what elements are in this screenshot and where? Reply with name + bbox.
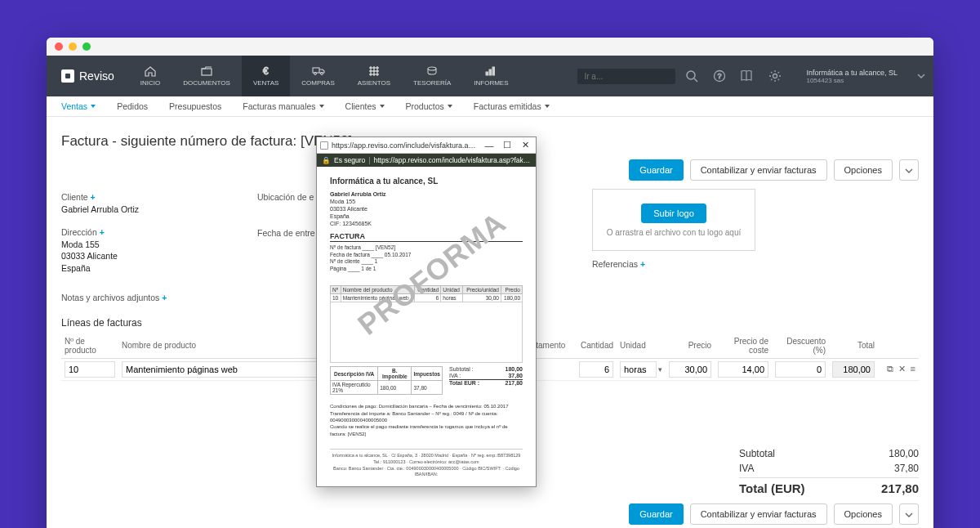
help-button[interactable]: ? (708, 69, 731, 83)
svg-text:€: € (263, 65, 269, 77)
search-box: ? (577, 56, 795, 96)
post-button-bottom[interactable]: Contabilizar y enviar facturas (690, 503, 827, 525)
save-button[interactable]: Guardar (629, 159, 683, 181)
svg-rect-17 (492, 67, 495, 75)
line-qty-input[interactable] (579, 361, 613, 378)
truck-icon (312, 65, 325, 77)
nav-compras[interactable]: COMPRAS (290, 56, 345, 96)
page: Factura - siguiente número de factura: [… (47, 117, 933, 528)
subnav-label: Pedidos (117, 101, 148, 111)
options-chevron[interactable] (899, 159, 919, 181)
nav-label: TESORERÍA (413, 79, 451, 87)
line-cost-input[interactable] (718, 361, 768, 378)
os-close-button[interactable] (55, 43, 63, 51)
popup-close-button[interactable]: ✕ (518, 140, 532, 150)
subnav-facturas-emitidas[interactable]: Facturas emitidas (474, 101, 550, 111)
col-num: Nº de producto (61, 333, 118, 359)
p-totals: Descripción IVAB. ImponibleImpuestos IVA… (330, 366, 523, 395)
options-button[interactable]: Opciones (834, 159, 893, 181)
company-chevron[interactable] (909, 56, 933, 96)
company-code: 1054423 sas (806, 77, 898, 84)
line-total-input (832, 361, 875, 378)
total-label: Total (EUR) (739, 481, 805, 495)
popup-titlebar: https://app.reviso.com/include/visfaktur… (317, 137, 536, 154)
options-button-bottom[interactable]: Opciones (834, 503, 893, 525)
logo-hint: O arrastra el archivo con tu logo aquí (607, 228, 742, 237)
popup-max-button[interactable]: ☐ (500, 140, 514, 150)
search-input[interactable] (577, 69, 675, 84)
p-footer: Condiciones de pago: Domiciliación banca… (330, 403, 523, 437)
chevron-down-icon (448, 105, 452, 108)
svg-point-14 (428, 67, 436, 70)
subnav-clientes[interactable]: Clientes (345, 101, 385, 111)
col-price: Precio (666, 333, 715, 359)
svg-rect-2 (313, 68, 319, 73)
subnav-label: Facturas emitidas (474, 101, 541, 111)
subtotal-label: Subtotal (739, 448, 775, 459)
subnav-label: Ventas (61, 101, 87, 111)
line-price-input[interactable] (669, 361, 711, 378)
nav-tesoreria[interactable]: TESORERÍA (402, 56, 462, 96)
nav-inicio[interactable]: INICIO (129, 56, 172, 96)
copy-line-icon[interactable]: ⧉ (887, 364, 893, 374)
subnav-label: Facturas manuales (243, 101, 315, 111)
subnav-ventas[interactable]: Ventas (61, 101, 96, 111)
chevron-down-icon (319, 105, 324, 108)
book-button[interactable] (736, 69, 759, 83)
line-unit-input[interactable] (620, 361, 657, 378)
p-client: Gabriel Arrubla Ortiz Moda 155 03033 Ali… (330, 190, 523, 227)
subnav-pedidos[interactable]: Pedidos (117, 101, 148, 111)
barchart-icon (484, 65, 497, 77)
nav-asientos[interactable]: ASIENTOS (346, 56, 402, 96)
nav-label: COMPRAS (301, 79, 334, 87)
folder-icon (200, 65, 213, 77)
delete-line-icon[interactable]: ✕ (898, 364, 906, 374)
nav-label: VENTAS (253, 79, 278, 87)
cliente-label: Cliente + (61, 192, 208, 202)
save-button-bottom[interactable]: Guardar (629, 503, 683, 525)
brand[interactable]: Reviso (47, 56, 129, 96)
popup-min-button[interactable]: — (482, 141, 497, 150)
svg-point-7 (376, 67, 379, 69)
os-min-button[interactable] (69, 43, 77, 51)
nav-ventas[interactable]: € VENTAS (242, 56, 290, 96)
svg-point-18 (687, 71, 695, 79)
p-company: Informática a tu alcance, SL (330, 177, 523, 186)
os-titlebar (47, 38, 933, 56)
coins-icon (425, 65, 439, 77)
subtotal-value: 180,00 (889, 448, 919, 459)
os-max-button[interactable] (82, 43, 91, 51)
euro-icon: € (260, 65, 273, 77)
nav-label: ASIENTOS (358, 79, 390, 87)
nav-items: INICIO DOCUMENTOS € VENTAS COMPRAS ASIEN… (129, 56, 520, 96)
nav-label: INFORMES (474, 79, 508, 87)
upload-logo-button[interactable]: Subir logo (641, 204, 706, 223)
settings-button[interactable] (764, 69, 786, 83)
drag-line-icon[interactable]: ≡ (911, 364, 915, 374)
direccion-value: Moda 155 03033 Alicante España (61, 239, 208, 275)
nav-label: INICIO (140, 79, 160, 87)
nav-documentos[interactable]: DOCUMENTOS (172, 56, 242, 96)
options-chevron-bottom[interactable] (899, 503, 919, 525)
referencias-label: Referencias + (592, 259, 764, 269)
iva-value: 37,80 (894, 463, 919, 474)
post-button[interactable]: Contabilizar y enviar facturas (690, 159, 827, 181)
chevron-down-icon[interactable]: ▾ (658, 365, 662, 374)
company-selector[interactable]: Informática a tu alcance, SL 1054423 sas (795, 56, 909, 96)
svg-rect-16 (489, 69, 492, 75)
lock-icon: 🔒 (322, 156, 331, 164)
logo-dropzone[interactable]: Subir logo O arrastra el archivo con tu … (592, 189, 755, 251)
subnav-presupuestos[interactable]: Presupuestos (169, 101, 221, 111)
popup-addressbar: 🔒 Es seguro | https://app.reviso.com/inc… (317, 154, 536, 167)
brand-icon (61, 69, 74, 83)
line-num-input[interactable] (65, 361, 115, 378)
col-cost: Precio de coste (715, 333, 772, 359)
direccion-label: Dirección + (61, 227, 208, 237)
popup-title-text: https://app.reviso.com/include/visfaktur… (332, 141, 479, 150)
line-disc-input[interactable] (775, 361, 826, 378)
svg-point-5 (370, 67, 372, 69)
subnav-productos[interactable]: Productos (406, 101, 452, 111)
search-button[interactable] (680, 69, 703, 83)
subnav-facturas-manuales[interactable]: Facturas manuales (243, 101, 323, 111)
nav-informes[interactable]: INFORMES (462, 56, 519, 96)
